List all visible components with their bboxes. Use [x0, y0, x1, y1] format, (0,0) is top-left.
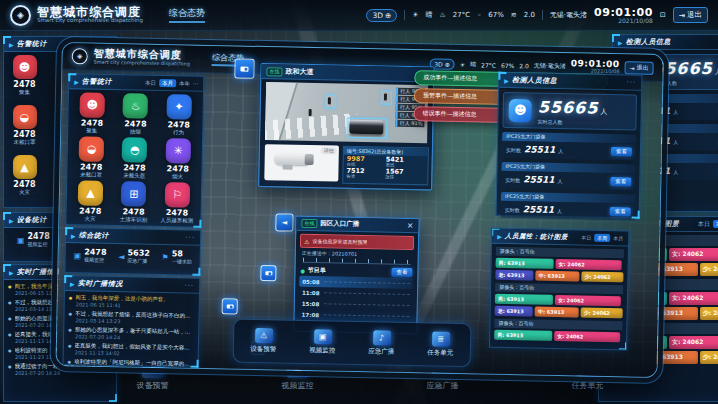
- online-badge: 在线: [266, 67, 282, 76]
- smoking-icon: ♨: [123, 93, 148, 118]
- view-button[interactable]: 查看: [611, 147, 632, 156]
- broadcast-log-panel: ▶ 实时广播情况 ··· ●阎王，我当年深爱，这是小萌的声音。2021-06-1…: [63, 275, 201, 368]
- tab-month[interactable]: 本月: [613, 235, 623, 241]
- more-icon[interactable]: ···: [193, 81, 198, 87]
- exit-label: 退出: [637, 63, 649, 72]
- broadcast-timeline[interactable]: [303, 258, 411, 265]
- location-label: 无锡·鼋头渚: [550, 10, 587, 20]
- bar-female: 女: 24062: [669, 292, 718, 305]
- truck-icon: ⊞: [121, 181, 146, 206]
- camera-detail-button[interactable]: 详情: [321, 147, 337, 154]
- more-icon[interactable]: ···: [184, 282, 194, 290]
- alarm-title: 告警统计: [82, 76, 112, 87]
- location-label: 无锡·鼋头渚: [534, 61, 566, 71]
- device-info-card: 编号:S8362(总设备数量) 9987在线 5421离线 7512告警 156…: [342, 146, 429, 186]
- tab-month[interactable]: 本月: [159, 79, 176, 87]
- log-title: 实时广播情况: [78, 278, 123, 289]
- bg-alarm-tile-fire[interactable]: ▲ 2478 火灾: [6, 155, 43, 205]
- camera-popup-titlebar[interactable]: 在线 政和大道 ×: [261, 64, 433, 82]
- humidity-icon: ◦: [477, 11, 481, 19]
- map-marker-speaker[interactable]: ◄: [275, 213, 293, 231]
- tab-week[interactable]: 本周: [594, 234, 610, 242]
- alert-text: 设备信息异常请及时预警: [312, 238, 367, 245]
- alarm-tile-fire[interactable]: ▲2478火灾: [68, 180, 112, 225]
- alarm-tile-nohelmet[interactable]: ◓2478未戴头盔: [113, 137, 157, 182]
- log-item[interactable]: ●还真挺美，我幻想过，假如风姿了是实个大容量键盘…2021-11-13 14:0…: [68, 342, 194, 358]
- tab-today[interactable]: 本日: [698, 220, 710, 229]
- stat-broadcast: ◄5632应急广播: [118, 249, 150, 264]
- more-icon[interactable]: ···: [185, 234, 195, 242]
- attr-group-header: 摄像头：百号街: [495, 283, 623, 295]
- exit-button[interactable]: ⇥ 退出: [624, 61, 653, 75]
- tab-today[interactable]: 本日: [581, 234, 591, 240]
- panel-arrow-icon: ▶: [9, 217, 14, 224]
- exit-icon: ⇥: [679, 11, 685, 20]
- dispatch-window: ◈ 智慧城市综合调度 Smart city comprehensive disp…: [55, 42, 663, 378]
- dock-task[interactable]: ≣任务单元: [427, 331, 454, 358]
- camera-popup: 在线 政和大道 × 行人 98% 行人 97% 行人 95% 行人 93%: [258, 63, 434, 190]
- people-title: 检测人员信息: [512, 75, 557, 86]
- tab-overview[interactable]: 综合态势: [169, 7, 205, 23]
- log-item[interactable]: ●那她的心思挺深不多，老子只要站起儿一站，王霸之气纵…2021-07-20 14…: [68, 326, 194, 342]
- people-icon: ☻: [508, 98, 531, 121]
- panel-arrow-icon: ▶: [9, 269, 14, 276]
- summary-title: 综合统计: [79, 230, 109, 241]
- camera-video-feed[interactable]: 行人 98% 行人 97% 行人 95% 行人 93% 行人 91%: [265, 82, 428, 143]
- exit-button[interactable]: ⇥ 退出: [673, 7, 708, 23]
- bg-alarm-tile-nomask[interactable]: ◒ 2478 未戴口罩: [6, 105, 43, 155]
- map-marker-camera[interactable]: [260, 265, 276, 281]
- view-playlist-button[interactable]: 查看: [391, 268, 412, 277]
- speaker-stat-icon: ◄: [118, 252, 124, 261]
- video-monitor-icon: ▣: [313, 329, 331, 344]
- map-marker-camera[interactable]: [234, 58, 254, 78]
- dock-device-alert[interactable]: ⚠设备预警: [250, 328, 277, 355]
- bar-male: 男: 63913: [495, 294, 553, 305]
- fullscreen-icon[interactable]: ⊡: [660, 11, 666, 19]
- alarm-tile-nomask[interactable]: ◒2478未戴口罩: [69, 136, 113, 181]
- alarm-tile-smoking[interactable]: ♨2478抽烟: [113, 93, 157, 138]
- dock-broadcast[interactable]: ♪应急广播: [368, 330, 395, 357]
- attributes-panel: ▶ 人员属性：统计图景 本日 本周 本月 摄像头：百号街 男: 63913 女:…: [489, 228, 629, 351]
- globe-icon: ⊕: [445, 60, 450, 67]
- app-logo-icon: ◈: [10, 5, 31, 26]
- alarm-tile-behavior[interactable]: ✦2478行为: [157, 94, 201, 139]
- alarm-stats-panel: ▶ 告警统计 本日 本月 本年 ··· ☻2478聚集 ♨2478抽烟 ✦247…: [65, 73, 204, 228]
- attr-group-header: 摄像头：百号街: [494, 319, 622, 331]
- tab-year[interactable]: 本年: [179, 80, 190, 87]
- bg-alarm-tile-gather[interactable]: ☻ 2478 聚集: [6, 55, 43, 105]
- alarm-tile-boundary[interactable]: ⚐2478人员越界检测: [155, 182, 199, 227]
- fire-icon: ▲: [78, 180, 103, 205]
- broadcast-popup-titlebar[interactable]: 在线 园区入口广播 ×: [296, 217, 418, 233]
- map-marker-camera[interactable]: [222, 298, 238, 314]
- exit-icon: ⇥: [630, 64, 635, 71]
- attr-group-header: 摄像头：百号街: [496, 247, 624, 259]
- toast-text: 预警事件—描述信息: [423, 91, 477, 101]
- more-icon[interactable]: ···: [627, 78, 637, 86]
- bottom-dock: ⚠设备预警 ▣视频监控 ♪应急广播 ≣任务单元: [233, 318, 472, 367]
- gather-icon: ☻: [13, 55, 37, 79]
- behavior-icon: ✦: [166, 94, 191, 119]
- wind-value: 2.0: [524, 11, 535, 19]
- bar-male: 男: 63913: [494, 330, 552, 341]
- alarm-tile-truck[interactable]: ⊞2478土渣车识别: [112, 181, 156, 226]
- total-people-label: 实时总人数: [537, 118, 607, 125]
- log-item[interactable]: ●不过，我就想起了烦恼，反而这孩子白不白的问题？2021-03-14 13:23: [68, 310, 194, 326]
- bar-male: 男: 63913: [496, 258, 554, 269]
- bar-female: 女: 24062: [669, 248, 718, 261]
- close-icon[interactable]: ×: [407, 221, 414, 229]
- bar-middle: 中: 63913: [536, 271, 580, 282]
- dock-video[interactable]: ▣视频监控: [309, 329, 336, 356]
- tile-label: 聚集: [19, 89, 30, 96]
- tab-week[interactable]: 本周: [713, 220, 718, 228]
- view-button[interactable]: 查看: [610, 177, 631, 186]
- green-dot-icon: ●: [300, 267, 304, 273]
- tile-label: 火灾: [19, 189, 30, 196]
- alarm-tile-smoke-fire[interactable]: ✳2478烟火: [156, 138, 200, 183]
- device-alert-banner: ⚠ 设备信息异常请及时预警: [300, 234, 414, 250]
- mode-3d-toggle[interactable]: 3D ⊕: [366, 9, 397, 22]
- alarm-tile-gather[interactable]: ☻2478聚集: [70, 92, 114, 137]
- log-item[interactable]: ●阎王，我当年深爱，这是小萌的声音。2021-06-15 11:41: [69, 294, 195, 310]
- mode-3d-label: 3D: [434, 60, 443, 67]
- view-button[interactable]: 查看: [610, 207, 631, 216]
- tab-today[interactable]: 本日: [145, 79, 156, 86]
